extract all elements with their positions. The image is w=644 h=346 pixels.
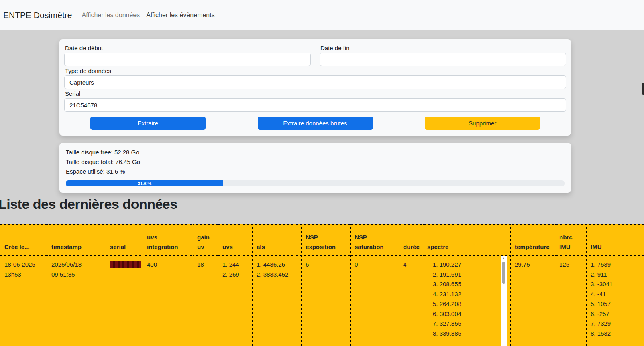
table-header-row: Crée le... timestamp serial uvs integrat… [0, 225, 644, 256]
cell-nbrc-imu: 125 [555, 256, 587, 346]
cell-uvs: 1. 244 2. 269 [218, 256, 253, 346]
scrollbar-up-arrow-icon[interactable]: ▲ [501, 256, 507, 261]
column-header-uvs: uvs [218, 225, 253, 256]
type-select[interactable]: Capteurs [64, 75, 566, 89]
disk-progress-bar: 31.6 % [66, 180, 565, 186]
column-header-gain-uv: gain uv [193, 225, 218, 256]
column-header-uvs-integration: uvs integration [143, 225, 193, 256]
delete-button[interactable]: Supprimer [425, 117, 540, 130]
scrollbar-thumb[interactable] [502, 262, 505, 284]
cell-temperature: 29.75 [511, 256, 555, 346]
disk-progress-fill: 31.6 % [66, 180, 223, 186]
cell-cree-le: 18-06-2025 13h53 [0, 256, 47, 346]
cell-uvs-integration: 400 [143, 256, 193, 346]
cell-als: 1. 4436.26 2. 3833.452 [253, 256, 302, 346]
column-header-nsp-exposition: NSP exposition [302, 225, 351, 256]
extract-raw-button[interactable]: Extraire données brutes [258, 117, 373, 130]
cell-imu: 1. 7539 2. 911 3. -3041 4. -41 5. 1057 6… [587, 256, 644, 346]
disk-free-text: Taille disque free: 52.28 Go [66, 148, 565, 157]
date-start-input[interactable] [64, 53, 311, 66]
cell-nsp-exposition: 6 [302, 256, 351, 346]
type-label: Type de données [65, 67, 566, 74]
column-header-duree: durée [399, 225, 423, 256]
column-header-serial: serial [106, 225, 143, 256]
cell-spectre: 1. 190.227 2. 191.691 3. 208.655 4. 231.… [423, 256, 511, 346]
date-end-label: Date de fin [320, 45, 566, 51]
disk-progress-label: 31.6 % [138, 181, 151, 186]
spectre-scrollbar[interactable]: ▲ [501, 256, 507, 346]
column-header-temperature: température [511, 225, 555, 256]
disk-usage-card: Taille disque free: 52.28 Go Taille disq… [59, 143, 571, 193]
serial-label: Serial [65, 90, 566, 97]
latest-data-table: Crée le... timestamp serial uvs integrat… [0, 224, 644, 346]
page-title: Liste des dernières données [0, 196, 644, 212]
column-header-nsp-saturation: NSP saturation [351, 225, 399, 256]
cell-nsp-saturation: 0 [351, 256, 399, 346]
column-header-spectre: spectre [423, 225, 511, 256]
column-header-imu: IMU [587, 225, 644, 256]
disk-used-text: Espace utilisé: 31.6 % [66, 167, 565, 176]
navbar: ENTPE Dosimètre Afficher les données Aff… [0, 0, 644, 30]
filter-form-card: Date de début Date de fin Type de donnée… [59, 39, 571, 136]
app-brand[interactable]: ENTPE Dosimètre [3, 10, 72, 20]
column-header-als: als [253, 225, 302, 256]
extract-button[interactable]: Extraire [90, 117, 206, 130]
text-cursor [642, 83, 644, 95]
table-row: 18-06-2025 13h53 2025/06/18 09:51:35 400… [0, 256, 644, 346]
column-header-timestamp: timestamp [47, 225, 106, 256]
spectre-list: 1. 190.227 2. 191.691 3. 208.655 4. 231.… [427, 260, 507, 338]
cell-duree: 4 [399, 256, 423, 346]
cell-timestamp: 2025/06/18 09:51:35 [47, 256, 106, 346]
disk-total-text: Taille disque total: 76.45 Go [66, 157, 565, 167]
type-select-value: Capteurs [69, 79, 94, 86]
date-start-label: Date de début [65, 45, 311, 51]
nav-link-afficher-evenements[interactable]: Afficher les évènements [146, 12, 214, 19]
column-header-nbrc-imu: nbrc IMU [555, 225, 587, 256]
serial-input[interactable] [64, 98, 566, 112]
date-end-input[interactable] [320, 53, 566, 66]
serial-redaction-block [110, 261, 141, 268]
cell-serial [106, 256, 143, 346]
nav-link-afficher-donnees[interactable]: Afficher les données [82, 12, 140, 19]
column-header-cree-le: Crée le... [0, 225, 47, 256]
cell-gain-uv: 18 [193, 256, 218, 346]
